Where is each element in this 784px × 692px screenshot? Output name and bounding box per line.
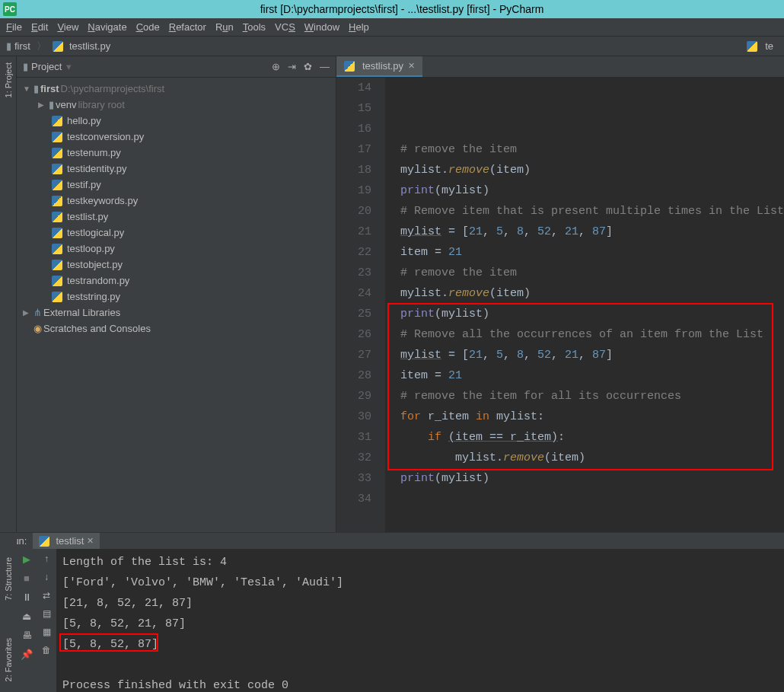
- pycharm-logo-icon: PC: [3, 2, 17, 16]
- folder-icon: ▮: [49, 99, 54, 110]
- menu-file[interactable]: File: [6, 21, 22, 33]
- file-name: testlogical.py: [67, 227, 124, 238]
- tree-venv[interactable]: ▶ ▮ venv library root: [17, 97, 336, 113]
- ext-label: External Libraries: [43, 307, 120, 318]
- run-tab[interactable]: testlist ✕: [33, 533, 100, 549]
- venv-hint: library root: [78, 99, 124, 110]
- collapse-icon[interactable]: ▶: [38, 100, 49, 109]
- run-toolbar-2: ↑ ↓ ⇄ ▤ ▦ 🗑: [37, 549, 56, 692]
- close-icon[interactable]: ✕: [408, 61, 415, 71]
- stop-icon[interactable]: ■: [24, 572, 30, 584]
- tree-file[interactable]: testlist.py: [17, 209, 336, 225]
- file-name: testloop.py: [67, 243, 115, 254]
- tree-file[interactable]: testobject.py: [17, 257, 336, 273]
- python-file-icon: [52, 212, 62, 222]
- gutter: 1415161718192021222324252627282930313233…: [336, 78, 385, 532]
- tree-scratches[interactable]: ◉ Scratches and Consoles: [17, 320, 336, 336]
- menu-run[interactable]: Run: [215, 21, 234, 33]
- tree-file[interactable]: testkeywords.py: [17, 193, 336, 209]
- file-name: teststring.py: [67, 291, 120, 302]
- python-file-icon: [52, 292, 62, 302]
- dropdown-icon[interactable]: ▾: [66, 61, 72, 72]
- tree-file[interactable]: testenum.py: [17, 145, 336, 161]
- pin-icon[interactable]: 📌: [21, 649, 33, 660]
- python-file-icon: [52, 276, 62, 286]
- settings-icon[interactable]: ✿: [304, 61, 312, 72]
- menu-vcs[interactable]: VCS: [275, 21, 295, 33]
- project-tree: ▼ ▮ first D:\pycharmprojects\first ▶ ▮ v…: [17, 78, 336, 532]
- file-name: testidentity.py: [67, 163, 127, 174]
- pause-icon[interactable]: ⏸: [22, 592, 32, 603]
- close-icon[interactable]: ✕: [87, 536, 94, 546]
- file-name: testrandom.py: [67, 275, 129, 286]
- tree-root[interactable]: ▼ ▮ first D:\pycharmprojects\first: [17, 81, 336, 97]
- python-file-icon: [53, 41, 63, 52]
- tool-window-rail: 1: Project: [0, 56, 17, 532]
- tree-file[interactable]: teststring.py: [17, 289, 336, 305]
- collapse-icon[interactable]: ⇥: [288, 61, 296, 72]
- rerun-icon[interactable]: ▶: [23, 553, 30, 565]
- python-icon: [747, 41, 757, 52]
- editor-area: testlist.py ✕ 14151617181920212223242526…: [336, 56, 784, 532]
- menu-help[interactable]: Help: [349, 21, 369, 33]
- collapse-icon[interactable]: ▶: [23, 308, 33, 317]
- hide-icon[interactable]: —: [320, 61, 330, 72]
- file-name: testconversion.py: [67, 131, 144, 142]
- tab-label: testlist.py: [362, 60, 403, 72]
- folder-icon: ▮: [6, 40, 11, 52]
- sidebar-title: Project: [31, 61, 62, 72]
- menu-edit[interactable]: Edit: [31, 21, 48, 33]
- folder-icon: ▮: [33, 83, 39, 94]
- menu-code[interactable]: Code: [136, 21, 160, 33]
- breadcrumb-separator-icon: 〉: [37, 40, 46, 53]
- editor-tab-testlist[interactable]: testlist.py ✕: [336, 56, 422, 77]
- scratches-label: Scratches and Consoles: [43, 323, 151, 334]
- window-title: first [D:\pycharmprojects\first] - ...\t…: [23, 3, 781, 15]
- menu-view[interactable]: View: [57, 21, 78, 33]
- tree-file[interactable]: hello.py: [17, 113, 336, 129]
- project-path: D:\pycharmprojects\first: [61, 83, 165, 94]
- wrap-icon[interactable]: ⇄: [43, 590, 50, 601]
- python-file-icon: [52, 228, 62, 238]
- rail-project[interactable]: 1: Project: [4, 62, 13, 97]
- tree-file[interactable]: testconversion.py: [17, 129, 336, 145]
- rail-favorites[interactable]: 2: Favorites: [0, 628, 17, 692]
- breadcrumb-project[interactable]: first: [14, 40, 30, 52]
- tree-file[interactable]: testrandom.py: [17, 273, 336, 289]
- scratches-icon: ◉: [33, 323, 42, 334]
- python-file-icon: [52, 196, 62, 206]
- tree-file[interactable]: testlogical.py: [17, 225, 336, 241]
- tree-file[interactable]: testloop.py: [17, 241, 336, 257]
- up-icon[interactable]: ↑: [44, 553, 49, 564]
- locate-icon[interactable]: ⊕: [272, 61, 280, 72]
- trash-icon[interactable]: 🗑: [42, 645, 51, 655]
- menu-refactor[interactable]: Refactor: [169, 21, 206, 33]
- scroll-icon[interactable]: ▤: [43, 608, 51, 619]
- code-area[interactable]: # remove the itemmylist.remove(item)prin…: [385, 78, 784, 532]
- python-file-icon: [52, 260, 62, 270]
- run-config-selector[interactable]: te: [742, 39, 778, 53]
- tree-external-libs[interactable]: ▶ ⋔ External Libraries: [17, 305, 336, 320]
- editor[interactable]: 1415161718192021222324252627282930313233…: [336, 78, 784, 532]
- project-tool-window: ▮ Project ▾ ⊕ ⇥ ✿ — ▼ ▮ first D:\pycharm…: [17, 56, 336, 532]
- clear-icon[interactable]: ▦: [43, 627, 51, 637]
- python-file-icon: [52, 164, 62, 174]
- python-icon: [39, 536, 49, 547]
- breadcrumb-file[interactable]: testlist.py: [69, 40, 110, 52]
- title-bar: PC first [D:\pycharmprojects\first] - ..…: [0, 0, 784, 18]
- down-icon[interactable]: ↓: [44, 572, 49, 582]
- rail-structure[interactable]: 7: Structure: [0, 533, 17, 624]
- tree-file[interactable]: testif.py: [17, 177, 336, 193]
- tree-file[interactable]: testidentity.py: [17, 161, 336, 177]
- python-file-icon: [344, 61, 355, 72]
- print-icon[interactable]: 🖶: [22, 630, 32, 641]
- console-output[interactable]: Length of the list is: 4['Ford', 'Volvo'…: [56, 549, 784, 692]
- editor-tabs: testlist.py ✕: [336, 56, 784, 78]
- menu-tools[interactable]: Tools: [243, 21, 266, 33]
- exit-icon[interactable]: ⏏: [22, 611, 31, 622]
- menu-window[interactable]: Window: [304, 21, 339, 33]
- project-name: first: [40, 83, 59, 94]
- file-name: testkeywords.py: [67, 195, 138, 206]
- expand-icon[interactable]: ▼: [23, 85, 33, 93]
- menu-navigate[interactable]: Navigate: [88, 21, 126, 33]
